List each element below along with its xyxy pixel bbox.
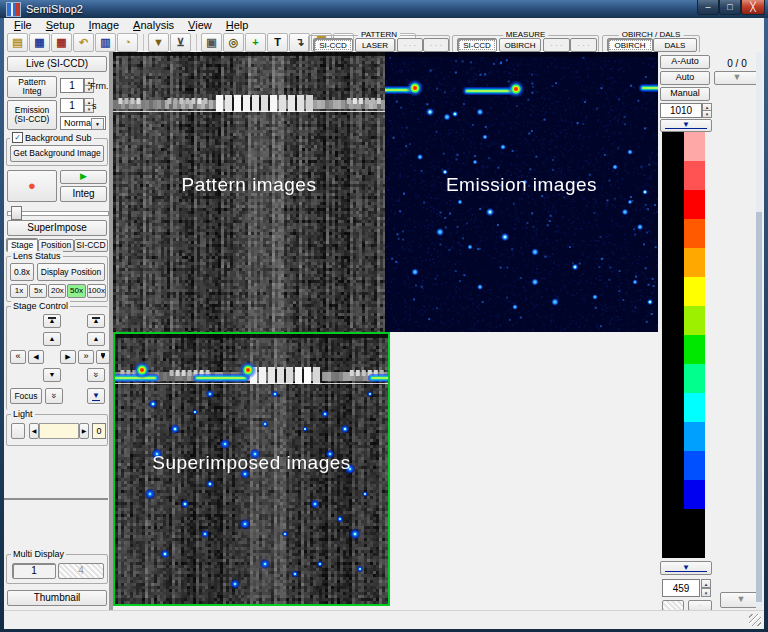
superimpose-button[interactable]: SuperImpose xyxy=(7,220,107,236)
close-button[interactable]: ╳ xyxy=(741,0,765,15)
get-background-image-button[interactable]: Get Background Image xyxy=(10,145,104,162)
title-bar[interactable]: SemiShop2 xyxy=(0,0,768,18)
integ-slider[interactable] xyxy=(7,206,107,218)
palette-band-12 xyxy=(684,480,705,509)
menu-item-help[interactable]: Help xyxy=(220,19,255,31)
focus-button[interactable]: Focus xyxy=(10,388,42,404)
stage-x-left-fast-button[interactable]: « xyxy=(10,350,26,364)
text-tool-icon[interactable]: T xyxy=(267,33,288,52)
multi-display-1-button[interactable]: 1 xyxy=(12,563,56,579)
menu-item-image[interactable]: Image xyxy=(83,19,126,31)
funnel-icon[interactable]: ⊻ xyxy=(170,33,191,52)
stage-x-left-button[interactable]: ◀ xyxy=(28,350,44,364)
emission-mode-select[interactable]: Normal ▼ xyxy=(60,116,106,130)
menu-item-view[interactable]: View xyxy=(182,19,218,31)
stamp-icon[interactable]: ▣ xyxy=(201,33,222,52)
threshold-value[interactable]: 459 xyxy=(662,579,700,597)
toolbar-button-obirch[interactable]: OBIRCH xyxy=(499,38,541,52)
menu-item-analysis[interactable]: Analysis xyxy=(127,19,180,31)
manual-button[interactable]: Manual xyxy=(660,87,710,101)
level-value[interactable]: 1010 xyxy=(660,103,702,118)
save-icon[interactable]: ▦ xyxy=(29,33,50,52)
slider-thumb[interactable] xyxy=(11,206,22,220)
threshold-up[interactable]: ▴ xyxy=(701,579,711,588)
toolbar-button-dals[interactable]: DALS xyxy=(653,38,697,52)
minimize-button[interactable]: – xyxy=(697,0,719,15)
live-button[interactable]: Live (SI-CCD) xyxy=(7,56,107,72)
lens-zoom-50x[interactable]: 50x xyxy=(67,284,85,298)
ink-drop-icon[interactable]: ▼ xyxy=(148,33,169,52)
window-frame-right xyxy=(764,18,768,632)
checkbox-check-icon[interactable]: ✓ xyxy=(12,132,23,143)
stage-z-bar-down-button[interactable]: ▼ xyxy=(96,350,110,364)
superimposed-image-viewport[interactable]: Superimposed images xyxy=(113,332,390,606)
stage-go-down-button[interactable]: ▼ xyxy=(87,388,105,404)
light-group: Light ◀ ▶ 0 xyxy=(6,414,108,446)
stage-y-fast-down-button[interactable]: » xyxy=(45,388,63,404)
auto-button[interactable]: Auto xyxy=(660,71,710,85)
apply-level-button[interactable]: ▼ xyxy=(660,119,712,132)
lens-zoom-100x[interactable]: 100x xyxy=(87,284,106,298)
save-color-icon[interactable]: ▦ xyxy=(51,33,72,52)
record-button[interactable]: ● xyxy=(7,170,57,202)
stage-y-up-button[interactable]: ▲ xyxy=(43,332,61,346)
toolbar-button-laser[interactable]: LASER xyxy=(355,38,395,52)
dropdown-arrow-icon[interactable]: ▼ xyxy=(91,118,104,130)
light-scroll-left[interactable]: ◀ xyxy=(29,423,39,439)
undo-icon[interactable]: ↶ xyxy=(73,33,94,52)
pattern-image-viewport[interactable]: Pattern images xyxy=(113,52,385,332)
left-control-panel: Live (SI-CCD) Pattern Integ 1 ▴ ▾ Frm. E… xyxy=(4,52,110,610)
right-scrollbar[interactable] xyxy=(756,52,762,610)
clock-icon[interactable]: ◔ xyxy=(117,33,138,52)
tab-si-ccd[interactable]: SI-CCD xyxy=(74,239,108,252)
emission-button[interactable]: Emission (SI-CCD) xyxy=(7,100,57,130)
zoom-icon[interactable]: ◎ xyxy=(223,33,244,52)
toolbar-button-si-ccd[interactable]: SI-CCD xyxy=(457,38,497,52)
menu-item-file[interactable]: File xyxy=(8,19,38,31)
play-button[interactable]: ▶ xyxy=(60,170,107,184)
display-position-button[interactable]: Display Position xyxy=(37,263,105,281)
maximize-button[interactable]: □ xyxy=(719,0,741,15)
level-down[interactable]: ▾ xyxy=(702,110,712,118)
capture-arrow-button[interactable]: ▼ xyxy=(714,71,760,85)
stage-z-top-button[interactable]: ▲ xyxy=(87,314,105,328)
light-scroll-right[interactable]: ▶ xyxy=(79,423,89,439)
palette-band-8 xyxy=(684,364,705,393)
emission-value[interactable]: 1 xyxy=(60,98,84,113)
integ-button[interactable]: Integ xyxy=(60,186,107,202)
a-auto-button[interactable]: A-Auto xyxy=(660,55,710,69)
lens-zoom-1x[interactable]: 1x xyxy=(10,284,28,298)
flow-icon[interactable]: ↴ xyxy=(289,33,310,52)
emission-image-viewport[interactable]: Emission images xyxy=(385,52,658,332)
crosshair-icon[interactable]: + xyxy=(245,33,266,52)
application-window: SemiShop2 – □ ╳ FileSetupImageAnalysisVi… xyxy=(0,0,768,632)
pattern-integ-value[interactable]: 1 xyxy=(60,78,84,93)
toolbar-separator xyxy=(196,34,197,51)
open-folder-icon[interactable]: ▤ xyxy=(7,33,28,52)
apply-palette-button[interactable]: ▼ xyxy=(660,561,712,575)
light-scroll-track[interactable] xyxy=(39,423,79,439)
resize-grip-icon[interactable] xyxy=(749,614,761,626)
pseudo-color-palette xyxy=(684,132,705,558)
toolbar-button-si-ccd[interactable]: SI-CCD xyxy=(313,38,353,52)
toolbar-button-obirch[interactable]: OBIRCH xyxy=(607,38,653,52)
lens-08x-button[interactable]: 0.8x xyxy=(10,263,34,281)
stage-x-right-button[interactable]: ▶ xyxy=(60,350,76,364)
stage-y-top-button[interactable]: ▲ xyxy=(43,314,61,328)
threshold-down[interactable]: ▾ xyxy=(701,588,711,597)
palette-band-1 xyxy=(684,161,705,190)
stage-z-fast-down-button[interactable]: » xyxy=(87,368,105,382)
thumbnail-button[interactable]: Thumbnail xyxy=(7,590,107,606)
lens-zoom-20x[interactable]: 20x xyxy=(48,284,66,298)
light-toggle-button[interactable] xyxy=(11,423,25,439)
scrollbar-thumb[interactable] xyxy=(756,212,762,602)
menu-item-setup[interactable]: Setup xyxy=(40,19,81,31)
background-sub-checkbox[interactable]: ✓ Background Sub xyxy=(10,132,94,143)
stage-x-right-fast-button[interactable]: » xyxy=(78,350,94,364)
lens-zoom-5x[interactable]: 5x xyxy=(29,284,47,298)
stage-y-down-button[interactable]: ▼ xyxy=(43,368,61,382)
save-as-icon[interactable]: ▥ xyxy=(95,33,116,52)
stage-z-up-button[interactable]: ▲ xyxy=(87,332,105,346)
pattern-integ-button[interactable]: Pattern Integ xyxy=(7,76,57,98)
tab-stage[interactable]: Stage xyxy=(6,238,38,252)
